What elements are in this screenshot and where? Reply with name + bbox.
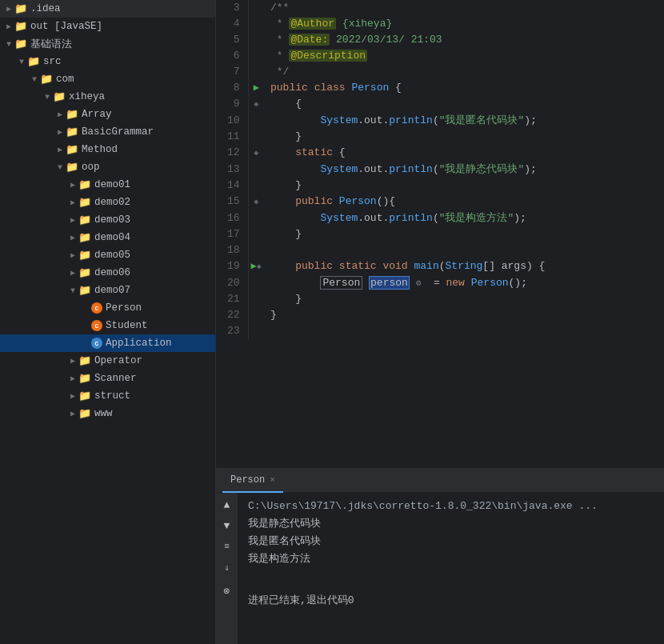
console-tab-person[interactable]: Person × — [222, 469, 283, 493]
code-cell[interactable]: } — [264, 178, 664, 194]
sidebar-label-BasicGrammar: BasicGrammar — [82, 126, 154, 138]
sidebar-item-Student[interactable]: CStudent — [0, 317, 215, 334]
sidebar-item-struct[interactable]: ▶📁struct — [0, 387, 215, 405]
folder-arrow-demo04: ▶ — [67, 233, 78, 242]
code-cell[interactable]: * @Date: 2022/03/13/ 21:03 — [264, 32, 664, 48]
sidebar-item-Scanner[interactable]: ▶📁Scanner — [0, 370, 215, 387]
code-cell[interactable]: System.out.println("我是静态代码块"); — [264, 162, 664, 178]
sidebar-item-demo04[interactable]: ▶📁demo04 — [0, 229, 215, 246]
code-cell[interactable]: public Person(){ — [264, 194, 664, 210]
code-cell[interactable]: { — [264, 96, 664, 113]
gutter-cell[interactable]: ◆ — [248, 194, 264, 210]
sidebar-item-src[interactable]: ▼📁src — [0, 53, 215, 70]
console-tab-label: Person — [230, 474, 265, 486]
code-cell[interactable]: Person person ⚙ = new Person(); — [264, 275, 664, 291]
sidebar-item-Array[interactable]: ▶📁Array — [0, 106, 215, 123]
sidebar-item-demo02[interactable]: ▶📁demo02 — [0, 194, 215, 211]
gutter-cell[interactable]: ◆ — [248, 145, 264, 162]
sidebar-item-com[interactable]: ▼📁com — [0, 70, 215, 88]
code-cell[interactable]: } — [264, 226, 664, 242]
sidebar-item-demo03[interactable]: ▶📁demo03 — [0, 211, 215, 229]
code-cell[interactable]: } — [264, 129, 664, 145]
breakpoint-dot[interactable]: ◆ — [254, 198, 258, 206]
sidebar-label-Person: Person — [106, 302, 142, 314]
folder-icon-src: 📁 — [27, 55, 40, 68]
code-cell[interactable]: } — [264, 291, 664, 307]
table-row: 5 * @Date: 2022/03/13/ 21:03 — [216, 32, 664, 48]
gutter-cell[interactable] — [248, 64, 264, 80]
breakpoint-dot[interactable]: ◆ — [254, 149, 258, 158]
line-number: 6 — [216, 48, 248, 64]
table-row: 15◆ public Person(){ — [216, 194, 664, 210]
folder-arrow-Operator: ▶ — [67, 356, 78, 366]
line-number: 7 — [216, 64, 248, 80]
sidebar-item-out[interactable]: ▶📁out [JavaSE] — [0, 18, 215, 35]
sidebar-item-Operator[interactable]: ▶📁Operator — [0, 352, 215, 370]
sidebar-item-demo01[interactable]: ▶📁demo01 — [0, 176, 215, 194]
code-cell[interactable]: * @Author {xiheya} — [264, 16, 664, 32]
gutter-cell[interactable] — [248, 113, 264, 129]
gutter-cell[interactable] — [248, 16, 264, 32]
breakpoint-dot[interactable]: ◆ — [254, 100, 258, 109]
gutter-cell[interactable] — [248, 307, 264, 323]
gutter-cell[interactable]: ▶◆ — [248, 258, 264, 275]
gutter-cell[interactable] — [248, 291, 264, 307]
wrap-lines-button[interactable]: ≡ — [218, 538, 236, 555]
line-number: 20 — [216, 275, 248, 291]
gutter-cell[interactable] — [248, 129, 264, 145]
code-cell[interactable]: System.out.println("我是构造方法"); — [264, 210, 664, 226]
sidebar-item-xiheya[interactable]: ▼📁xiheya — [0, 88, 215, 106]
sidebar-item-oop[interactable]: ▼📁oop — [0, 158, 215, 176]
sidebar-item-www[interactable]: ▶📁www — [0, 405, 215, 422]
sidebar-item-Person[interactable]: CPerson — [0, 299, 215, 317]
sidebar-item-demo07[interactable]: ▼📁demo07 — [0, 282, 215, 299]
scroll-up-button[interactable]: ▲ — [218, 496, 236, 514]
code-cell[interactable]: } — [264, 307, 664, 323]
table-row: 14 } — [216, 178, 664, 194]
gutter-cell[interactable] — [248, 32, 264, 48]
gutter-cell[interactable] — [248, 48, 264, 64]
gutter-cell[interactable]: ▶ — [248, 80, 264, 96]
sidebar-item-idea[interactable]: ▶📁.idea — [0, 0, 215, 18]
line-number: 17 — [216, 226, 248, 242]
console-toolbar: ▲ ▼ ≡ ⇓ ⊗ — [216, 493, 238, 644]
code-cell[interactable]: static { — [264, 145, 664, 162]
sidebar-item-demo06[interactable]: ▶📁demo06 — [0, 264, 215, 282]
console-tab-close[interactable]: × — [270, 475, 275, 485]
code-cell[interactable]: * @Description — [264, 48, 664, 64]
folder-icon-out: 📁 — [14, 20, 27, 33]
folder-arrow-demo07: ▼ — [67, 286, 78, 295]
sidebar-item-Application[interactable]: CApplication — [0, 334, 215, 352]
code-editor[interactable]: 3/**4 * @Author {xiheya}5 * @Date: 2022/… — [216, 0, 664, 468]
gutter-cell[interactable] — [248, 178, 264, 194]
sidebar-item-基础语法[interactable]: ▼📁基础语法 — [0, 35, 215, 53]
sidebar-item-Method[interactable]: ▶📁Method — [0, 141, 215, 158]
scroll-down-button[interactable]: ▼ — [218, 517, 236, 534]
code-cell[interactable]: */ — [264, 64, 664, 80]
gutter-cell[interactable] — [248, 323, 264, 339]
run-arrow-icon[interactable]: ▶ — [254, 82, 259, 94]
sidebar-label-demo05: demo05 — [94, 250, 130, 261]
gutter-cell[interactable] — [248, 210, 264, 226]
gutter-cell[interactable] — [248, 226, 264, 242]
run-arrow-icon[interactable]: ▶ — [251, 261, 257, 272]
code-cell[interactable] — [264, 323, 664, 339]
code-cell[interactable]: /** — [264, 0, 664, 16]
breakpoint-dot[interactable]: ◆ — [257, 262, 262, 271]
gutter-cell[interactable] — [248, 242, 264, 258]
code-cell[interactable]: public static void main(String[] args) { — [264, 258, 664, 275]
sidebar-item-demo05[interactable]: ▶📁demo05 — [0, 246, 215, 264]
soft-wrap-button[interactable]: ⇓ — [218, 558, 236, 576]
code-cell[interactable]: System.out.println("我是匿名代码块"); — [264, 113, 664, 129]
java-icon-Student: C — [91, 320, 102, 331]
folder-arrow-demo05: ▶ — [67, 250, 78, 260]
gutter-cell[interactable]: ◆ — [248, 96, 264, 113]
gutter-cell[interactable] — [248, 162, 264, 178]
code-cell[interactable]: public class Person { — [264, 80, 664, 96]
gutter-cell[interactable] — [248, 0, 264, 16]
sidebar-item-BasicGrammar[interactable]: ▶📁BasicGrammar — [0, 123, 215, 141]
gutter-cell[interactable] — [248, 275, 264, 291]
clear-button[interactable]: ⊗ — [218, 582, 236, 600]
console-output[interactable]: C:\Users\19717\.jdks\corretto-1.8.0_322\… — [238, 493, 664, 644]
code-cell[interactable] — [264, 242, 664, 258]
